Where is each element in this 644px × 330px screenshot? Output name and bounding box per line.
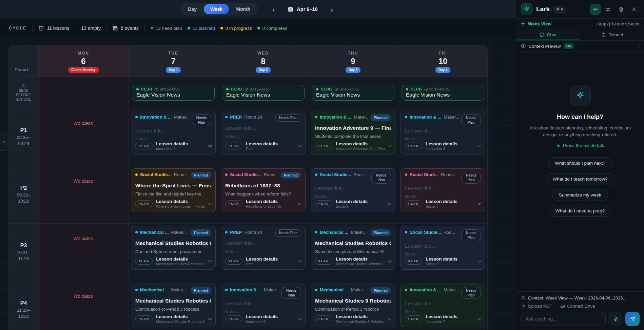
chevron-down-icon[interactable] <box>298 201 301 205</box>
lesson-notes-field[interactable]: Notes... <box>225 309 301 314</box>
day-header-mon[interactable]: MON 6 Easter Monday <box>39 46 129 77</box>
lesson-card[interactable]: Innovation & ...Maker...Needs PlanLesson… <box>131 111 216 154</box>
lesson-card[interactable]: Social Studie...Room...PlannedWhere the … <box>131 168 216 212</box>
view-tab-month[interactable]: Month <box>230 4 257 14</box>
send-button[interactable] <box>625 312 640 326</box>
chevron-down-icon[interactable] <box>477 143 481 147</box>
calendar-cell[interactable]: Innovation & ...Maker...Needs PlanLesson… <box>129 108 218 166</box>
calendar-cell[interactable]: Mechanical ...Maker...PlannedMechanical … <box>129 224 218 281</box>
clear-chat-trash-button[interactable] <box>616 4 627 15</box>
calendar-cell[interactable]: Social Studie...Room ...PlannedRebellion… <box>218 166 308 224</box>
calendar-cell[interactable]: Social Studie...Room...PlannedWhere the … <box>129 166 218 224</box>
lesson-title-field[interactable]: Lesson title... <box>405 185 481 191</box>
calendar-cell[interactable]: Social Studie...Roo...Needs PlanLesson t… <box>308 166 398 224</box>
lesson-card[interactable]: Mechanical ...Maker...PlannedMechanical … <box>131 226 216 270</box>
day-header-tue[interactable]: TUE 7 Day 1 <box>129 46 218 77</box>
chevron-down-icon[interactable] <box>298 316 301 320</box>
event-card[interactable]: CLUB08:15–08:35Eagle Vision News <box>132 85 215 101</box>
calendar-cell[interactable]: PREPRoom 24Needs PlanLesson title...Note… <box>218 108 308 166</box>
lesson-title-field[interactable]: Lesson title... <box>405 301 481 307</box>
calendar-cell[interactable]: CLUB08:15–08:35Eagle Vision News <box>398 77 488 108</box>
lesson-card[interactable]: Innovation & ...Maker...Needs PlanLesson… <box>401 284 485 327</box>
lesson-card[interactable]: Mechanical ...Maker...PlannedMechanical … <box>311 284 395 327</box>
suggestion-pill[interactable]: What do I need to prep? <box>549 205 611 217</box>
lesson-notes-field[interactable]: Notes... <box>225 134 301 139</box>
chevron-down-icon[interactable] <box>388 259 391 262</box>
lesson-card[interactable]: Innovation & ...Maker...PlannedInnovatio… <box>311 111 395 154</box>
chevron-down-icon[interactable] <box>388 316 391 320</box>
day-header-fri[interactable]: FRI 10 Day 4 <box>398 46 488 77</box>
chevron-down-icon[interactable] <box>208 316 212 320</box>
lesson-title-field[interactable]: Lesson title... <box>405 243 481 249</box>
lesson-notes-field[interactable]: Notes... <box>315 194 391 199</box>
lesson-notes-field[interactable]: Notes... <box>405 194 481 199</box>
chevron-down-icon[interactable] <box>477 259 481 262</box>
calendar-cell[interactable]: Mechanical ...Maker...PlannedMechanical … <box>129 281 218 330</box>
lesson-title-field[interactable]: Lesson title... <box>225 125 301 131</box>
prev-week-button[interactable]: ‹ <box>270 4 277 14</box>
calendar-cell[interactable]: No class <box>39 108 129 166</box>
calendar-cell[interactable]: CLUB08:15–08:35Eagle Vision News <box>308 77 398 108</box>
lesson-notes-field[interactable]: Notes... <box>225 249 301 254</box>
chevron-down-icon[interactable] <box>208 259 212 262</box>
lesson-notes-field[interactable]: Notes... <box>405 136 481 141</box>
suggestion-pill[interactable]: What should I plan next? <box>548 157 612 169</box>
chevron-down-icon[interactable] <box>477 201 481 205</box>
view-tab-day[interactable]: Day <box>181 4 203 14</box>
calendar-cell[interactable]: PREPRoom 24Needs PlanLesson title...Note… <box>218 224 308 281</box>
lesson-title-field[interactable]: Lesson title... <box>315 185 391 191</box>
calendar-cell[interactable]: CLUB08:15–08:35Eagle Vision News <box>218 77 308 108</box>
day-header-thu[interactable]: THU 9 Day 3 <box>308 46 398 77</box>
event-card[interactable]: CLUB08:15–08:35Eagle Vision News <box>402 85 484 101</box>
chevron-down-icon[interactable] <box>298 143 301 147</box>
settings-sliders-button[interactable] <box>603 4 614 15</box>
lesson-card[interactable]: Social Studie...Roo...Needs PlanLesson t… <box>311 168 395 212</box>
lesson-title-field[interactable]: Lesson title... <box>225 301 301 307</box>
chevron-down-icon[interactable] <box>298 259 301 262</box>
event-card[interactable]: CLUB08:15–08:35Eagle Vision News <box>312 85 394 101</box>
calendar-cell[interactable] <box>39 77 129 108</box>
ask-input[interactable] <box>521 312 606 326</box>
suggestion-pill[interactable]: Summarize my week <box>552 189 608 201</box>
lesson-card[interactable]: Mechanical ...Maker...PlannedMechanical … <box>311 226 395 270</box>
lesson-card[interactable]: Mechanical ...Maker...PlannedMechanical … <box>131 284 216 327</box>
mic-hint[interactable]: Press the mic to talk <box>556 143 604 148</box>
calendar-cell[interactable]: Innovation & ...Maker...Needs PlanLesson… <box>218 281 308 330</box>
lesson-notes-field[interactable]: Notes... <box>405 251 481 256</box>
day-header-wed[interactable]: WED 8 Day 2 <box>218 46 308 77</box>
chevron-down-icon[interactable] <box>388 143 391 147</box>
lesson-title-field[interactable]: Lesson title... <box>135 128 211 134</box>
mic-button[interactable] <box>608 312 623 326</box>
calendar-cell[interactable]: Mechanical ...Maker...PlannedMechanical … <box>308 281 398 330</box>
date-range[interactable]: Apr 6–10 <box>288 6 317 12</box>
calendar-cell[interactable]: Social Studie...Roo...Needs PlanLesson t… <box>398 224 488 281</box>
calendar-cell[interactable]: Innovation & ...Maker...Needs PlanLesson… <box>398 108 488 166</box>
calendar-cell[interactable]: No class <box>39 281 129 330</box>
lesson-title-field[interactable]: Lesson title... <box>225 240 301 246</box>
calendar-cell[interactable]: No class <box>39 166 129 224</box>
view-tab-week[interactable]: Week <box>204 4 229 14</box>
lesson-card[interactable]: Social Studi...Room...Needs PlanLesson t… <box>401 168 485 212</box>
event-card[interactable]: CLUB08:15–08:35Eagle Vision News <box>222 85 305 101</box>
lesson-card[interactable]: PREPRoom 24Needs PlanLesson title...Note… <box>221 226 306 270</box>
calendar-cell[interactable]: CLUB08:15–08:35Eagle Vision News <box>129 77 218 108</box>
lesson-card[interactable]: Innovation & ...Maker...Needs PlanLesson… <box>401 111 485 154</box>
chevron-down-icon[interactable] <box>208 201 212 205</box>
tab-debrief[interactable]: Debrief <box>580 29 644 40</box>
lesson-card[interactable]: Social Studie...Room ...PlannedRebellion… <box>221 168 306 212</box>
expand-sidebar-handle[interactable]: » <box>0 132 7 151</box>
chevron-down-icon[interactable] <box>208 143 212 147</box>
connect-drive-button[interactable]: Connect Drive <box>560 304 595 309</box>
calendar-cell[interactable]: Social Studi...Room...Needs PlanLesson t… <box>398 166 488 224</box>
calendar-cell[interactable]: No class <box>39 224 129 281</box>
context-preview-row[interactable]: Context Preview ON › <box>516 41 644 52</box>
lesson-card[interactable]: Social Studie...Roo...Needs PlanLesson t… <box>401 226 485 270</box>
lesson-card[interactable]: PREPRoom 24Needs PlanLesson title...Note… <box>221 111 306 154</box>
suggestion-pill[interactable]: What do I teach tomorrow? <box>546 173 614 185</box>
chevron-down-icon[interactable] <box>388 201 391 205</box>
chevron-down-icon[interactable] <box>477 316 481 320</box>
voice-output-button[interactable] <box>590 4 601 15</box>
calendar-cell[interactable]: Mechanical ...Maker...PlannedMechanical … <box>308 224 398 281</box>
lesson-card[interactable]: Innovation & ...Maker...Needs PlanLesson… <box>221 284 306 327</box>
lesson-title-field[interactable]: Lesson title... <box>405 128 481 134</box>
